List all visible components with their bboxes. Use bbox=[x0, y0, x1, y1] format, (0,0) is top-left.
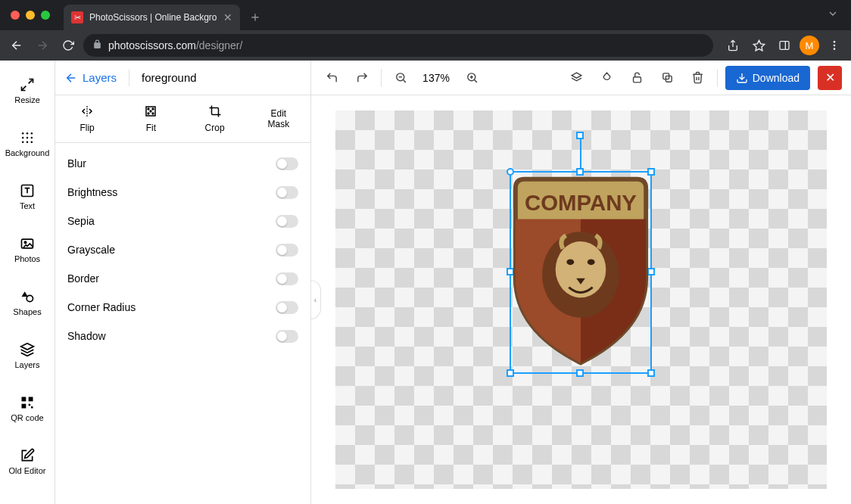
left-rail: Resize Background Text Photos Shapes Lay… bbox=[0, 61, 55, 504]
prop-brightness-toggle[interactable] bbox=[276, 186, 298, 199]
address-bar[interactable]: photoscissors.com/designer/ bbox=[83, 34, 713, 57]
svg-point-24 bbox=[26, 295, 33, 301]
svg-point-38 bbox=[150, 110, 151, 112]
svg-rect-27 bbox=[29, 397, 33, 402]
tool-label: Edit Mask bbox=[268, 108, 290, 129]
rail-item-text[interactable]: Text bbox=[0, 174, 55, 219]
bookmark-star-icon[interactable] bbox=[748, 35, 769, 56]
url-text: photoscissors.com/designer/ bbox=[108, 39, 242, 51]
window-controls bbox=[6, 0, 64, 30]
svg-marker-25 bbox=[21, 344, 34, 350]
rail-item-photos[interactable]: Photos bbox=[0, 227, 55, 272]
properties-list: Blur Brightness Sepia Grayscale Border C… bbox=[55, 143, 310, 356]
redo-button[interactable] bbox=[351, 67, 373, 89]
kebab-menu-icon[interactable] bbox=[824, 35, 845, 56]
svg-point-11 bbox=[22, 132, 24, 135]
close-button[interactable]: ✕ bbox=[818, 66, 842, 90]
browser-tab[interactable]: ✂ PhotoScissors | Online Backgro ✕ bbox=[64, 5, 240, 30]
svg-point-12 bbox=[26, 132, 29, 135]
tool-label: Fit bbox=[146, 123, 156, 133]
tabs-overflow-icon[interactable] bbox=[827, 8, 839, 23]
svg-point-7 bbox=[834, 45, 836, 47]
unlock-icon[interactable] bbox=[626, 67, 649, 89]
nav-back-button[interactable] bbox=[6, 35, 27, 56]
prop-shadow: Shadow bbox=[67, 322, 298, 350]
svg-point-15 bbox=[26, 137, 29, 139]
breadcrumb-current: foreground bbox=[142, 71, 197, 84]
window-minimize-icon[interactable] bbox=[26, 11, 35, 20]
window-zoom-icon[interactable] bbox=[41, 11, 50, 20]
drop-icon[interactable] bbox=[596, 67, 619, 89]
new-tab-button[interactable]: ＋ bbox=[245, 6, 266, 27]
download-label: Download bbox=[753, 72, 800, 84]
prop-grayscale-toggle[interactable] bbox=[276, 244, 298, 257]
back-to-layers-button[interactable]: Layers bbox=[64, 71, 117, 85]
rotate-handle[interactable] bbox=[576, 132, 584, 139]
svg-line-40 bbox=[403, 79, 406, 82]
svg-marker-46 bbox=[572, 73, 581, 78]
side-panel-icon[interactable] bbox=[774, 35, 795, 56]
prop-corner-radius: Corner Radius bbox=[67, 293, 298, 322]
svg-point-22 bbox=[24, 241, 26, 244]
share-icon[interactable] bbox=[722, 35, 743, 56]
svg-rect-29 bbox=[29, 404, 31, 406]
side-panel: Layers foreground Flip Fit Crop Edit Mas… bbox=[55, 61, 311, 504]
rail-label: Resize bbox=[14, 95, 40, 104]
rail-item-layers[interactable]: Layers bbox=[0, 333, 55, 378]
divider bbox=[129, 70, 129, 86]
lock-icon bbox=[92, 39, 102, 51]
svg-point-14 bbox=[22, 137, 24, 139]
copy-icon[interactable] bbox=[656, 67, 679, 89]
nav-forward-button[interactable] bbox=[32, 35, 53, 56]
prop-blur-toggle[interactable] bbox=[276, 157, 298, 170]
tab-title: PhotoScissors | Online Backgro bbox=[89, 12, 217, 23]
svg-rect-28 bbox=[22, 404, 26, 409]
undo-button[interactable] bbox=[320, 67, 343, 89]
tool-flip-button[interactable]: Flip bbox=[55, 95, 119, 142]
rail-item-old-editor[interactable]: Old Editor bbox=[0, 439, 55, 484]
selection-box[interactable]: COMPANY bbox=[510, 171, 652, 374]
svg-point-8 bbox=[834, 48, 836, 50]
tool-edit-mask-button[interactable]: Edit Mask bbox=[247, 95, 310, 142]
zoom-out-button[interactable] bbox=[389, 67, 412, 89]
svg-rect-26 bbox=[22, 397, 26, 402]
svg-point-54 bbox=[556, 241, 606, 297]
tool-crop-button[interactable]: Crop bbox=[183, 95, 247, 142]
trash-icon[interactable] bbox=[687, 67, 709, 89]
canvas-object-logo[interactable]: COMPANY bbox=[511, 173, 650, 372]
tab-close-icon[interactable]: ✕ bbox=[223, 11, 232, 23]
svg-point-6 bbox=[834, 41, 836, 43]
nav-reload-button[interactable] bbox=[58, 35, 79, 56]
canvas-toolbar: 137% Download ✕ bbox=[311, 61, 851, 95]
zoom-in-button[interactable] bbox=[460, 67, 483, 89]
rail-label: Old Editor bbox=[9, 466, 46, 475]
svg-point-56 bbox=[588, 259, 595, 265]
window-close-icon[interactable] bbox=[11, 11, 20, 20]
prop-sepia-toggle[interactable] bbox=[276, 215, 298, 228]
svg-rect-47 bbox=[634, 77, 641, 82]
prop-corner-radius-toggle[interactable] bbox=[276, 301, 298, 314]
prop-border-toggle[interactable] bbox=[276, 272, 298, 285]
profile-avatar[interactable]: M bbox=[800, 36, 819, 55]
prop-blur: Blur bbox=[67, 149, 298, 178]
canvas-viewport[interactable]: ‹ bbox=[311, 95, 851, 504]
download-button[interactable]: Download bbox=[725, 66, 810, 90]
panel-header: Layers foreground bbox=[55, 61, 310, 95]
layers-icon[interactable] bbox=[566, 67, 588, 89]
svg-point-16 bbox=[31, 137, 33, 139]
rail-item-qrcode[interactable]: QR code bbox=[0, 386, 55, 431]
tool-fit-button[interactable]: Fit bbox=[119, 95, 182, 142]
panel-collapse-handle[interactable]: ‹ bbox=[311, 280, 321, 319]
rail-label: Layers bbox=[14, 360, 39, 369]
svg-marker-23 bbox=[22, 291, 28, 297]
prop-shadow-toggle[interactable] bbox=[276, 330, 298, 343]
prop-brightness: Brightness bbox=[67, 178, 298, 207]
prop-grayscale: Grayscale bbox=[67, 235, 298, 264]
rail-item-background[interactable]: Background bbox=[0, 121, 55, 166]
svg-point-55 bbox=[566, 259, 574, 265]
rail-item-shapes[interactable]: Shapes bbox=[0, 280, 55, 325]
svg-point-13 bbox=[31, 132, 33, 135]
browser-tab-bar: ✂ PhotoScissors | Online Backgro ✕ ＋ bbox=[0, 0, 851, 30]
rail-item-resize[interactable]: Resize bbox=[0, 68, 55, 114]
rail-label: Text bbox=[20, 201, 35, 210]
